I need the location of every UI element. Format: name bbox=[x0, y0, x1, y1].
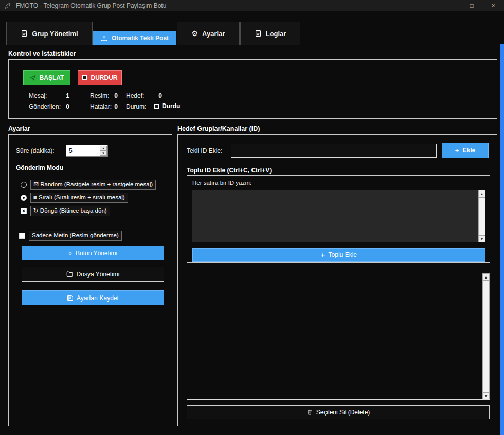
window-controls: — □ × bbox=[439, 0, 504, 11]
delete-selected-label: Seçileni Sil (Delete) bbox=[316, 409, 370, 416]
window-edge-accent bbox=[500, 44, 504, 435]
mode-group-box: ⚄ Random (Rastgele resim + rastgele mesa… bbox=[16, 175, 166, 224]
add-single-label: Ekle bbox=[462, 147, 475, 154]
stat-durum-label: Durum: bbox=[126, 103, 146, 110]
plus-icon: + bbox=[321, 251, 325, 259]
stop-button-label: DURDUR bbox=[91, 74, 118, 81]
plus-icon: + bbox=[455, 147, 459, 154]
add-single-button[interactable]: + Ekle bbox=[442, 143, 489, 158]
bulk-add-label: Toplu Ekle bbox=[329, 251, 357, 258]
tab-label: Loglar bbox=[266, 30, 286, 38]
button-management-label: Buton Yönetimi bbox=[76, 250, 117, 257]
bulk-heading: Toplu ID Ekle (Ctrl+C, Ctrl+V) bbox=[187, 167, 272, 174]
file-management-button[interactable]: Dosya Yönetimi bbox=[22, 267, 164, 282]
upload-icon bbox=[101, 35, 107, 42]
mode-option-label: ⚄ Random (Rastgele resim + rastgele mesa… bbox=[30, 180, 156, 190]
close-icon[interactable]: × bbox=[482, 0, 504, 11]
settings-frame: Süre (dakika): 5 ▲ ▼ Gönderim Modu ⚄ Ran… bbox=[8, 134, 172, 426]
start-button-label: BAŞLAT bbox=[40, 74, 64, 81]
radio-unselected-icon[interactable] bbox=[21, 182, 27, 188]
mode-option-sirali[interactable]: ≡ Sıralı (Sıralı resim + sıralı mesaj) bbox=[21, 193, 128, 203]
scroll-down-icon[interactable]: ▼ bbox=[482, 392, 490, 399]
stat-hedef-label: Hedef: bbox=[126, 92, 144, 99]
tab-label: Ayarlar bbox=[202, 30, 225, 38]
save-icon bbox=[67, 295, 73, 301]
loop-icon: ↻ bbox=[33, 207, 39, 214]
dice-icon: ⚄ bbox=[33, 181, 39, 187]
loop-checkbox-row[interactable]: × ↻ Döngü (Bitince başa dön) bbox=[21, 206, 110, 216]
tab-grup-yonetimi[interactable]: Grup Yönetimi bbox=[6, 22, 93, 45]
bulk-add-button[interactable]: + Toplu Ekle bbox=[192, 248, 485, 262]
text-only-label: Sadece Metin (Resim gönderme) bbox=[29, 231, 122, 241]
checkbox-checked-icon[interactable]: × bbox=[21, 208, 27, 214]
stat-gonderilen-value: 0 bbox=[60, 103, 69, 110]
tab-ayarlar[interactable]: ⚙ Ayarlar bbox=[177, 22, 240, 45]
save-settings-button[interactable]: Ayarları Kaydet bbox=[22, 290, 164, 305]
stat-durum-value: Durdu bbox=[162, 102, 180, 110]
loop-label: ↻ Döngü (Bitince başa dön) bbox=[30, 206, 110, 216]
journal-icon bbox=[21, 30, 28, 37]
checkbox-unchecked-icon[interactable] bbox=[19, 233, 25, 239]
spinner-down-icon[interactable]: ▼ bbox=[100, 151, 107, 156]
tab-loglar[interactable]: Loglar bbox=[240, 22, 300, 45]
maximize-icon[interactable]: □ bbox=[461, 0, 482, 11]
log-journal-icon bbox=[255, 30, 262, 37]
spinner-up-icon[interactable]: ▲ bbox=[100, 146, 107, 151]
settings-heading: Ayarlar bbox=[8, 125, 30, 132]
gear-icon: ⚙ bbox=[192, 29, 199, 38]
minimize-icon[interactable]: — bbox=[439, 0, 461, 11]
textarea-scrollbar[interactable]: ▲ ▼ bbox=[478, 190, 485, 242]
target-listbox[interactable]: ▲ ▼ bbox=[187, 273, 490, 400]
stat-gonderilen-label: Gönderilen: bbox=[29, 103, 61, 110]
tab-otomatik-tekli-post[interactable]: Otomatik Tekli Post bbox=[93, 31, 176, 45]
window-title: FMOTO - Telegram Otomatik Grup Post Payl… bbox=[16, 2, 166, 9]
circle-icon: ○ bbox=[68, 250, 72, 257]
stop-icon bbox=[82, 75, 87, 80]
radio-selected-icon[interactable] bbox=[21, 195, 27, 201]
single-id-input[interactable] bbox=[231, 144, 437, 158]
bulk-id-textarea[interactable]: ▲ ▼ bbox=[192, 190, 485, 242]
mode-option-label: ≡ Sıralı (Sıralı resim + sıralı mesaj) bbox=[30, 193, 128, 203]
file-management-label: Dosya Yönetimi bbox=[77, 271, 120, 278]
feather-app-icon bbox=[4, 3, 11, 9]
bulk-hint-label: Her satıra bir ID yazın: bbox=[192, 180, 251, 186]
start-button[interactable]: BAŞLAT bbox=[23, 70, 70, 85]
send-icon bbox=[30, 75, 36, 81]
app-window: FMOTO - Telegram Otomatik Grup Post Payl… bbox=[0, 0, 504, 435]
stat-mesaj-label: Mesaj: bbox=[29, 92, 47, 99]
folder-icon bbox=[66, 271, 73, 277]
listbox-scrollbar[interactable]: ▲ ▼ bbox=[482, 273, 490, 399]
single-id-label: Tekli ID Ekle: bbox=[187, 147, 222, 154]
duration-spinner[interactable]: 5 ▲ ▼ bbox=[66, 145, 108, 157]
status-square-icon bbox=[154, 104, 159, 109]
scrollbar-thumb[interactable] bbox=[478, 197, 485, 235]
stat-mesaj-value: 1 bbox=[60, 92, 69, 99]
title-bar: FMOTO - Telegram Otomatik Grup Post Payl… bbox=[0, 0, 504, 11]
stat-resim-label: Resim: bbox=[90, 92, 109, 99]
tab-label: Grup Yönetimi bbox=[32, 30, 78, 38]
text-only-checkbox-row[interactable]: Sadece Metin (Resim gönderme) bbox=[19, 231, 122, 241]
duration-value: 5 bbox=[69, 147, 73, 154]
delete-selected-button[interactable]: Seçileni Sil (Delete) bbox=[187, 405, 490, 419]
scrollbar-thumb[interactable] bbox=[482, 281, 490, 392]
targets-heading: Hedef Gruplar/Kanallar (ID) bbox=[177, 125, 260, 132]
stat-resim-value: 0 bbox=[109, 92, 118, 99]
control-frame: BAŞLAT DURDUR Mesaj: 1 Resim: 0 Hedef: 0… bbox=[8, 59, 497, 119]
bulk-group-box: Her satıra bir ID yazın: ▲ ▼ + Toplu Ekl… bbox=[187, 175, 490, 263]
save-settings-label: Ayarları Kaydet bbox=[77, 294, 119, 302]
stop-button[interactable]: DURDUR bbox=[78, 70, 122, 85]
targets-frame: Tekli ID Ekle: + Ekle Toplu ID Ekle (Ctr… bbox=[177, 134, 497, 426]
mode-option-random[interactable]: ⚄ Random (Rastgele resim + rastgele mesa… bbox=[21, 180, 156, 190]
duration-label: Süre (dakika): bbox=[16, 147, 55, 154]
tab-label: Otomatik Tekli Post bbox=[112, 34, 169, 42]
scroll-up-icon[interactable]: ▲ bbox=[478, 190, 485, 197]
spinner-buttons: ▲ ▼ bbox=[100, 146, 107, 156]
scroll-up-icon[interactable]: ▲ bbox=[482, 273, 490, 281]
button-management-button[interactable]: ○ Buton Yönetimi bbox=[22, 246, 164, 260]
list-icon: ≡ bbox=[33, 194, 37, 200]
stat-hedef-value: 0 bbox=[153, 92, 162, 99]
scroll-down-icon[interactable]: ▼ bbox=[478, 235, 485, 242]
mode-heading: Gönderim Modu bbox=[16, 164, 63, 171]
trash-icon bbox=[307, 409, 313, 415]
stat-hatalar-value: 0 bbox=[109, 103, 118, 110]
